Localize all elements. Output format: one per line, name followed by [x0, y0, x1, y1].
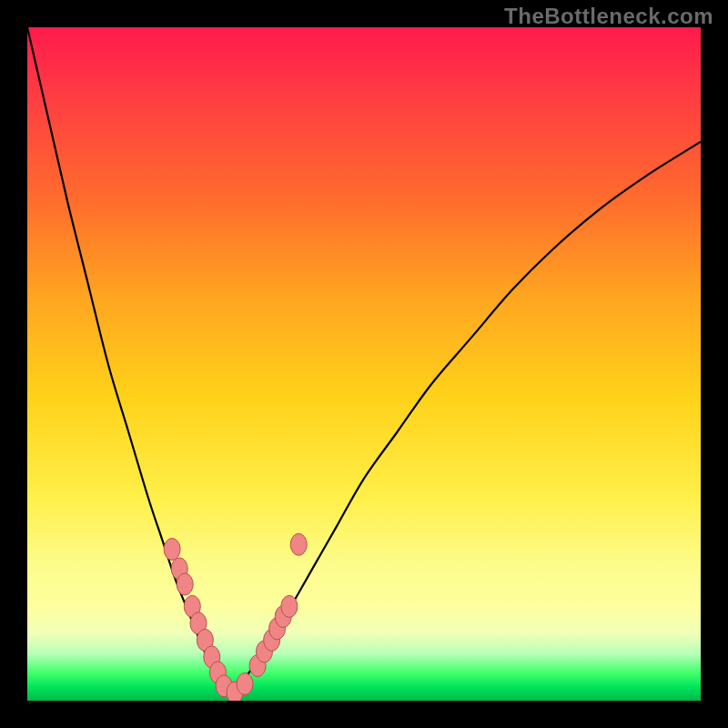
data-point	[281, 595, 298, 617]
plot-area	[27, 27, 701, 701]
highlighted-points	[164, 533, 307, 701]
data-point	[164, 539, 180, 561]
data-point	[290, 533, 307, 555]
right-curve	[229, 142, 701, 694]
chart-frame: TheBottleneck.com	[0, 0, 728, 728]
watermark-text: TheBottleneck.com	[504, 4, 713, 29]
left-curve	[27, 27, 229, 694]
data-point	[237, 673, 253, 695]
data-point	[177, 573, 193, 595]
chart-svg	[27, 27, 701, 701]
